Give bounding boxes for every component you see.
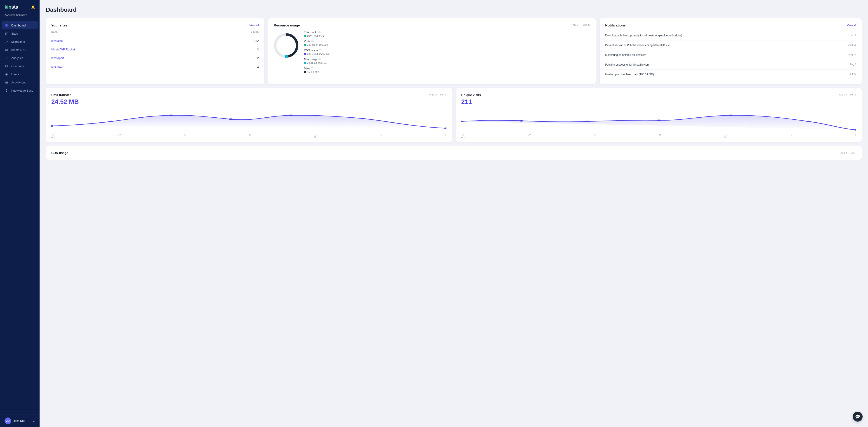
chart-label: 3: [445, 133, 446, 139]
nav-items: ⊞ Dashboard ◫ Sites ⇄ Migrations ◎ Kinst…: [0, 20, 39, 415]
site-visits: 232: [254, 39, 259, 42]
svg-point-5: [51, 125, 53, 127]
sidebar-item-dashboard[interactable]: ⊞ Dashboard: [2, 21, 38, 29]
data-transfer-date: Aug 27 – Sep 3: [429, 93, 446, 96]
sidebar-item-knowledge-base[interactable]: ? Knowledge Base: [0, 86, 39, 95]
day-dot: [304, 35, 306, 37]
site-link[interactable]: kinstalife: [51, 39, 63, 42]
this-month-label: This month ⓘ: [304, 31, 590, 34]
notification-item: Default version of PHP has been changed …: [605, 40, 856, 50]
sites-icon: ◫: [4, 31, 8, 35]
resource-stats: This month ⓘ Day 7 out of 31 Visits ⓘ: [304, 31, 590, 76]
svg-point-16: [728, 115, 733, 116]
your-sites-title: Your sites: [51, 23, 67, 27]
info-icon: ⓘ: [311, 67, 313, 70]
data-transfer-chart: [51, 109, 446, 132]
data-transfer-title: Data transfer: [51, 93, 71, 97]
chart-label: 28 Aug: [51, 133, 55, 139]
site-link[interactable]: Kinsta WP Rocket: [51, 48, 75, 51]
site-link[interactable]: kinstaperf: [51, 56, 64, 60]
top-row: Your sites View all NAME VISITS kinstali…: [46, 18, 862, 84]
site-row: kinstalife 232: [51, 37, 259, 45]
unique-visits-date: Aug 27 – Sep 3: [839, 93, 856, 96]
notif-text: Default version of PHP has been changed …: [605, 43, 846, 47]
sidebar-item-migrations[interactable]: ⇄ Migrations: [0, 37, 39, 46]
data-transfer-card: Data transfer Aug 27 – Sep 3 24.52 MB: [46, 88, 452, 142]
svg-point-6: [109, 121, 114, 122]
user-info[interactable]: JD John Doe: [4, 418, 25, 424]
site-visits: 3: [257, 48, 258, 51]
site-row: kinstaw3 2: [51, 62, 259, 71]
visits-value: 242 out of 100,000: [304, 43, 590, 46]
sidebar-item-label: Analytics: [11, 56, 23, 60]
unique-visits-labels: 28 Aug 29 30 31 1 Sep 2: [461, 133, 857, 139]
donut-svg: [274, 33, 299, 58]
sites-col-name: NAME: [51, 31, 58, 33]
analytics-icon: ⤴: [4, 56, 8, 60]
day-label: Day 7 out of 31: [304, 34, 590, 37]
stat-row-cdn: CDN usage ⓘ 526 B out of 200 GB: [304, 49, 590, 55]
info-icon: ⓘ: [318, 58, 320, 61]
svg-point-11: [444, 127, 446, 129]
cdn-dot: [304, 53, 306, 55]
sidebar-item-label: Knowledge Base: [11, 89, 33, 92]
disk-dot: [304, 62, 306, 64]
cdn-usage-date: Aug 4 – Sep...: [840, 152, 856, 154]
notif-date: Jul 27: [850, 72, 856, 76]
notification-item: Hosting plan has been paid (190.5 USD) J…: [605, 70, 856, 79]
svg-point-8: [229, 119, 233, 120]
avatar: JD: [4, 418, 11, 424]
data-transfer-value: 24.52 MB: [51, 98, 446, 105]
notif-date: Aug 9: [850, 63, 856, 66]
resource-usage-card: Resource usage Aug 27 – Sep 27: [268, 18, 596, 84]
chat-bubble-button[interactable]: 💬: [852, 411, 863, 422]
chart-label: 1 Sep: [724, 133, 728, 139]
resource-date: Aug 27 – Sep 27: [572, 23, 590, 26]
site-link[interactable]: kinstaw3: [51, 65, 63, 68]
unique-visits-title: Unique visits: [461, 93, 481, 97]
your-sites-view-all[interactable]: View all: [250, 24, 259, 27]
chart-label: 2: [381, 133, 382, 139]
sidebar-item-label: Activity Log: [11, 81, 26, 84]
notification-item: Pointing successful for kinstalife.com A…: [605, 60, 856, 70]
site-visits: 2: [257, 65, 258, 68]
svg-point-13: [519, 120, 523, 122]
sidebar-item-label: Migrations: [11, 40, 25, 43]
notif-text: Downloadable backup ready for cdntest-go…: [605, 33, 847, 37]
info-icon: ⓘ: [318, 31, 320, 34]
sidebar-item-sites[interactable]: ◫ Sites: [0, 29, 39, 37]
data-transfer-svg: [51, 109, 446, 132]
data-transfer-header: Data transfer Aug 27 – Sep 3: [51, 93, 446, 97]
sidebar-item-kinsta-dns[interactable]: ◎ Kinsta DNS: [0, 46, 39, 54]
notification-item: Downloadable backup ready for cdntest-go…: [605, 31, 856, 40]
notif-text: Monitoring completed on kinstalife: [605, 53, 846, 57]
data-transfer-labels: 28 Aug 29 30 31 1 Sep 2: [51, 133, 446, 139]
chevron-up-icon[interactable]: ▲: [33, 420, 35, 422]
notif-text: Hosting plan has been paid (190.5 USD): [605, 72, 847, 77]
notif-date: Sep 1: [850, 33, 856, 37]
resource-usage-title: Resource usage: [274, 23, 300, 27]
notifications-header: Notifications View all: [605, 23, 856, 27]
visits-label: Visits ⓘ: [304, 40, 590, 43]
svg-point-15: [657, 120, 661, 121]
notif-text: Pointing successful for kinstalife.com: [605, 63, 847, 67]
unique-visits-value: 211: [461, 98, 857, 105]
sidebar-item-label: Sites: [11, 32, 18, 35]
notifications-view-all[interactable]: View all: [847, 24, 856, 27]
sidebar-item-users[interactable]: ◉ Users: [0, 70, 39, 78]
notif-date: Aug 11: [848, 43, 856, 47]
cdn-usage-header: CDN usage Aug 4 – Sep...: [51, 151, 856, 155]
sites-col-visits: VISITS: [251, 31, 259, 33]
bell-icon[interactable]: 🔔: [31, 5, 35, 9]
cdn-value: 526 B out of 200 GB: [304, 53, 590, 55]
notifications-list: Downloadable backup ready for cdntest-go…: [605, 31, 856, 79]
sidebar-item-company[interactable]: ⊡ Company: [0, 62, 39, 70]
sites-list: kinstalife 232 Kinsta WP Rocket 3 kinsta…: [51, 37, 259, 71]
donut-chart: [274, 33, 299, 58]
chart-label: 29: [528, 133, 530, 139]
sidebar-item-activity-log[interactable]: ☰ Activity Log: [0, 78, 39, 86]
resource-content: This month ⓘ Day 7 out of 31 Visits ⓘ: [274, 31, 590, 76]
cdn-usage-title: CDN usage: [51, 151, 68, 155]
notification-item: Monitoring completed on kinstalife Aug 1…: [605, 50, 856, 60]
sidebar-item-analytics[interactable]: ⤴ Analytics: [0, 54, 39, 62]
